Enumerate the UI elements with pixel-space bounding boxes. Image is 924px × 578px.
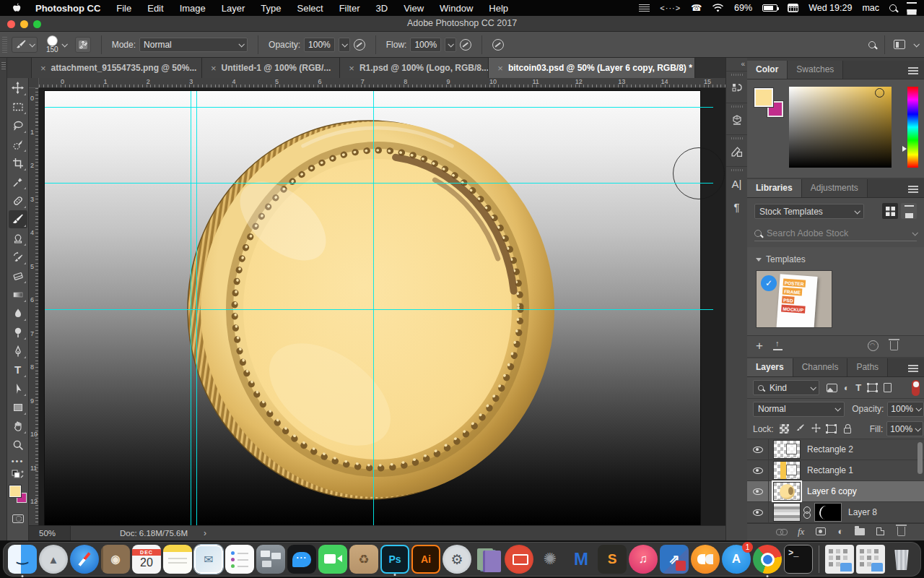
- tab-r1-psd[interactable]: × R1.psd @ 100% (Logo, RGB/8...: [340, 58, 489, 78]
- tab-bitcoin03-psd[interactable]: × bitcoin03.psd @ 50% (Layer 6 copy, RGB…: [489, 58, 695, 78]
- layer-name[interactable]: Rectangle 1: [807, 465, 853, 475]
- filter-smart-objects-icon[interactable]: [884, 383, 892, 392]
- panel-grip[interactable]: [731, 74, 743, 76]
- horizontal-ruler[interactable]: 0123456789101112131415: [39, 78, 725, 88]
- zoom-tool[interactable]: [9, 436, 27, 454]
- flow-dropdown-button[interactable]: [445, 38, 456, 52]
- templates-section-header[interactable]: Templates: [747, 247, 924, 270]
- layer-visibility-toggle[interactable]: [747, 502, 769, 522]
- keyboard-layout-icon[interactable]: [639, 4, 650, 12]
- options-bar-grip[interactable]: [2, 37, 7, 53]
- tab-color[interactable]: Color: [747, 61, 788, 79]
- paragraph-panel-icon[interactable]: ¶: [728, 198, 746, 215]
- delete-layer-button[interactable]: [897, 527, 905, 536]
- dock-airserver-icon[interactable]: [505, 545, 533, 574]
- menu-type[interactable]: Type: [261, 3, 281, 14]
- layer-visibility-toggle[interactable]: [747, 481, 769, 501]
- layers-scrollbar[interactable]: [918, 442, 923, 474]
- add-layer-mask-button[interactable]: [816, 527, 826, 535]
- pen-tool[interactable]: [9, 342, 27, 360]
- 3d-properties-panel-icon[interactable]: [728, 111, 746, 129]
- tab-close-icon[interactable]: ×: [497, 63, 503, 74]
- lock-artboard-icon[interactable]: [827, 425, 837, 433]
- crop-tool[interactable]: [9, 154, 27, 172]
- foreground-color-swatch[interactable]: [9, 486, 21, 497]
- vertical-ruler[interactable]: 0123456789101112: [29, 88, 39, 525]
- dock-appcleaner-icon[interactable]: ♻: [349, 545, 378, 574]
- layer-row-layer-6-copy[interactable]: Layer 6 copy: [747, 481, 924, 502]
- flow-input[interactable]: 100%: [410, 38, 441, 52]
- menu-edit[interactable]: Edit: [147, 3, 163, 14]
- color-panel-swatches[interactable]: [754, 88, 783, 117]
- layer-fill-input[interactable]: 100%: [886, 421, 923, 436]
- dock-facetime-icon[interactable]: [318, 545, 347, 574]
- dock-notebooks-icon[interactable]: [474, 545, 502, 574]
- grid-view-button[interactable]: [882, 203, 898, 219]
- dock-illustrator-icon[interactable]: Ai: [411, 545, 440, 574]
- layer-name[interactable]: Layer 8: [848, 507, 877, 517]
- layer-style-button[interactable]: fx: [798, 526, 804, 538]
- horizontal-guide[interactable]: [45, 107, 713, 108]
- delete-library-item-button[interactable]: [890, 341, 898, 350]
- quick-selection-tool[interactable]: [9, 135, 27, 153]
- brush-tool[interactable]: [9, 210, 27, 228]
- adobe-stock-search[interactable]: Search Adobe Stock: [754, 225, 917, 241]
- quick-mask-button[interactable]: [9, 509, 27, 527]
- tab-adjustments[interactable]: Adjustments: [802, 179, 868, 197]
- lasso-tool[interactable]: [9, 116, 27, 134]
- dock-vmware-icon[interactable]: ⇗: [660, 545, 689, 574]
- edit-toolbar-ellipsis[interactable]: •••: [9, 454, 27, 467]
- new-layer-button[interactable]: [876, 527, 884, 535]
- expand-panels-icon[interactable]: «: [726, 58, 747, 68]
- tab-swatches[interactable]: Swatches: [788, 61, 843, 79]
- layer-row-rectangle-1[interactable]: Rectangle 1: [747, 460, 924, 481]
- hand-tool[interactable]: [9, 417, 27, 435]
- ruler-origin-corner[interactable]: [29, 78, 39, 88]
- layer-visibility-toggle[interactable]: [747, 439, 769, 460]
- stock-template-thumbnail[interactable]: POSTER FRAME PSD MOCKUP ✓: [756, 270, 832, 328]
- search-icon[interactable]: [868, 41, 876, 48]
- layer-thumbnail[interactable]: [773, 461, 801, 480]
- horizontal-guide[interactable]: [45, 183, 713, 184]
- hue-slider[interactable]: [907, 87, 918, 168]
- swap-colors-icon[interactable]: [9, 468, 27, 483]
- rectangle-shape-tool[interactable]: [9, 398, 27, 416]
- dock-itunes-icon[interactable]: ♫: [629, 545, 658, 574]
- dock-terminal-icon[interactable]: >_: [784, 545, 813, 574]
- layer-thumbnail[interactable]: [773, 503, 801, 522]
- notification-center-icon[interactable]: [907, 2, 917, 9]
- menu-layer[interactable]: Layer: [222, 3, 245, 14]
- dock-mission-control-icon[interactable]: [256, 545, 285, 574]
- menu-3d[interactable]: 3D: [376, 3, 388, 14]
- dock-malwarebytes-icon[interactable]: M: [567, 545, 596, 574]
- dock-tribal-icon[interactable]: ✺: [536, 545, 565, 574]
- filter-shape-layers-icon[interactable]: [868, 384, 877, 392]
- saturation-brightness-field[interactable]: [789, 87, 892, 168]
- dock-finder-icon[interactable]: [8, 545, 37, 574]
- menu-help[interactable]: Help: [489, 3, 508, 14]
- brush-size-preview[interactable]: 150: [46, 35, 58, 53]
- tab-libraries[interactable]: Libraries: [747, 179, 802, 197]
- menu-photoshop-cc[interactable]: Photoshop CC: [35, 3, 100, 14]
- history-brush-tool[interactable]: [9, 248, 27, 266]
- panel-menu-icon[interactable]: [908, 67, 918, 69]
- add-library-item-button[interactable]: +: [756, 339, 763, 353]
- tab-layers[interactable]: Layers: [747, 358, 793, 376]
- eraser-tool[interactable]: [9, 267, 27, 285]
- rectangular-marquee-tool[interactable]: [9, 98, 27, 116]
- panel-grip[interactable]: [731, 105, 743, 108]
- dock-mail-icon[interactable]: [194, 545, 223, 574]
- dock-appstore-icon[interactable]: A1: [722, 545, 751, 574]
- brush-tool-preset[interactable]: [12, 37, 38, 53]
- history-panel-icon[interactable]: [728, 79, 746, 97]
- filter-type-layers-icon[interactable]: T: [855, 382, 861, 393]
- foreground-color-swatch[interactable]: [754, 88, 773, 107]
- layer-blend-mode-select[interactable]: Normal: [753, 402, 845, 417]
- horizontal-guide[interactable]: [45, 309, 713, 310]
- menubar-calendar-icon[interactable]: [788, 4, 798, 12]
- dock-chrome-icon[interactable]: [753, 545, 782, 574]
- phone-icon[interactable]: ☎: [691, 3, 702, 13]
- menu-filter[interactable]: Filter: [339, 3, 360, 14]
- blend-mode-select[interactable]: Normal: [139, 38, 248, 52]
- layer-mask-thumbnail[interactable]: [814, 503, 842, 522]
